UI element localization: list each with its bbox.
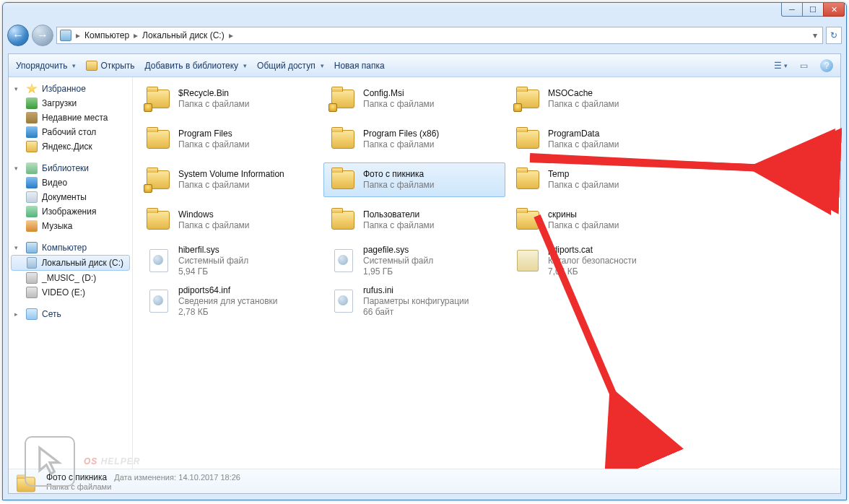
file-item[interactable]: hiberfil.sysСистемный файл5,94 ГБ	[139, 243, 321, 278]
help-button[interactable]: ?	[820, 59, 833, 72]
details-date: 14.10.2017 18:26	[178, 473, 240, 482]
system-file-icon	[328, 248, 357, 274]
folder-icon	[513, 126, 542, 152]
file-name: hiberfil.sys	[178, 245, 248, 256]
folder-icon	[513, 207, 542, 233]
file-list[interactable]: $Recycle.BinПапка с файламиConfig.MsiПап…	[133, 77, 840, 469]
music-icon	[26, 220, 38, 232]
libraries-header[interactable]: ▾ Библиотеки	[9, 161, 132, 175]
file-type: Папка с файлами	[363, 180, 435, 191]
computer-header[interactable]: ▾ Компьютер	[9, 240, 132, 255]
file-type: Папка с файлами	[548, 99, 619, 110]
images-icon	[26, 206, 38, 217]
file-item[interactable]: pdiports.catКаталог безопасности7,06 КБ	[508, 243, 690, 278]
sidebar-item-desktop[interactable]: Рабочий стол	[9, 125, 132, 139]
breadcrumb-sep: ▸	[132, 30, 139, 40]
folder-icon	[328, 207, 357, 233]
file-name: Фото с пикника	[363, 169, 435, 180]
sidebar-item-video-e[interactable]: VIDEO (E:)	[9, 285, 132, 300]
view-options-button[interactable]: ☰	[774, 59, 787, 72]
file-item[interactable]: ПользователиПапка с файлами	[323, 203, 505, 238]
new-folder-button[interactable]: Новая папка	[334, 61, 385, 71]
file-size: 7,06 КБ	[548, 266, 637, 277]
file-type: Каталог безопасности	[548, 256, 637, 266]
file-item[interactable]: pdiports64.infСведения для установки2,78…	[139, 284, 321, 318]
maximize-button[interactable]: ☐	[802, 3, 824, 17]
lock-icon	[513, 103, 522, 112]
catalog-icon	[513, 248, 542, 274]
file-type: Папка с файлами	[548, 180, 619, 191]
file-type: Системный файл	[363, 256, 433, 266]
file-type: Параметры конфигурации	[363, 296, 469, 307]
lock-icon	[144, 103, 152, 112]
sidebar-item-images[interactable]: Изображения	[9, 204, 132, 219]
sidebar-item-downloads[interactable]: Загрузки	[9, 96, 132, 110]
file-size: 2,78 КБ	[178, 307, 278, 318]
folder-icon	[328, 86, 357, 112]
file-name: Config.Msi	[363, 88, 435, 99]
preview-pane-button[interactable]: ▭	[797, 59, 810, 72]
system-file-icon	[144, 288, 173, 314]
share-menu[interactable]: Общий доступ	[257, 61, 324, 71]
sidebar-item-music-d[interactable]: _MUSIC_ (D:)	[9, 271, 132, 285]
file-item[interactable]: rufus.iniПараметры конфигурации66 байт	[323, 284, 505, 318]
file-item[interactable]: Фото с пикникаПапка с файлами	[323, 162, 505, 197]
file-item[interactable]: Program Files (x86)Папка с файлами	[323, 122, 505, 157]
libraries-icon	[26, 162, 38, 174]
nav-back-button[interactable]: ←	[7, 25, 29, 46]
file-type: Папка с файлами	[363, 220, 435, 231]
chevron-down-icon: ▾	[14, 85, 22, 92]
refresh-button[interactable]: ↻	[826, 27, 842, 44]
file-item[interactable]: WindowsПапка с файлами	[139, 203, 321, 238]
breadcrumb-localdisk[interactable]: Локальный диск (C:)	[142, 30, 225, 40]
address-bar[interactable]: ▸ Компьютер ▸ Локальный диск (C:) ▸ ▾	[56, 27, 823, 44]
file-type: Сведения для установки	[178, 296, 278, 307]
lock-icon	[328, 103, 337, 112]
watermark: OS HELPER	[25, 436, 140, 487]
network-label: Сеть	[42, 309, 61, 319]
favorites-header[interactable]: ▾ Избранное	[9, 82, 132, 96]
address-dropdown-icon[interactable]: ▾	[810, 30, 820, 40]
breadcrumb-computer[interactable]: Компьютер	[84, 30, 129, 40]
system-file-icon	[328, 288, 357, 314]
file-item[interactable]: System Volume InformationПапка с файлами	[139, 162, 321, 197]
file-item[interactable]: Program FilesПапка с файлами	[139, 122, 321, 157]
file-type: Папка с файлами	[178, 99, 250, 110]
network-header[interactable]: ▸ Сеть	[9, 307, 132, 321]
breadcrumb-sep: ▸	[74, 30, 82, 40]
file-item[interactable]: скриныПапка с файлами	[508, 203, 690, 238]
close-button[interactable]: ✕	[823, 3, 845, 17]
recent-icon	[26, 112, 38, 123]
file-name: скрины	[548, 209, 619, 220]
disk-icon	[26, 272, 38, 284]
add-to-library-menu[interactable]: Добавить в библиотеку	[145, 61, 248, 71]
sidebar-item-localdisk-c[interactable]: Локальный диск (C:)	[11, 255, 130, 271]
folder-icon	[144, 86, 173, 112]
file-item[interactable]: Config.MsiПапка с файлами	[323, 82, 505, 116]
chevron-right-icon: ▸	[14, 310, 22, 318]
file-item[interactable]: ProgramDataПапка с файлами	[508, 122, 690, 157]
lock-icon	[144, 184, 152, 193]
sidebar-item-music[interactable]: Музыка	[9, 219, 132, 233]
chevron-down-icon: ▾	[14, 244, 22, 251]
sidebar-item-video[interactable]: Видео	[9, 175, 132, 190]
file-name: Program Files (x86)	[363, 129, 439, 139]
star-icon	[26, 83, 38, 95]
file-item[interactable]: pagefile.sysСистемный файл1,95 ГБ	[323, 243, 505, 278]
sidebar-item-recent[interactable]: Недавние места	[9, 110, 132, 125]
file-item[interactable]: $Recycle.BinПапка с файлами	[139, 82, 321, 116]
folder-icon	[328, 126, 357, 152]
open-button[interactable]: Открыть	[86, 61, 134, 71]
file-item[interactable]: TempПапка с файлами	[508, 162, 690, 197]
organize-menu[interactable]: Упорядочить	[16, 61, 76, 71]
file-name: Windows	[178, 209, 250, 220]
nav-forward-button[interactable]: →	[32, 25, 53, 46]
sidebar-item-documents[interactable]: Документы	[9, 190, 132, 204]
sidebar-item-yandexdisk[interactable]: Яндекс.Диск	[9, 139, 132, 154]
download-icon	[26, 97, 38, 109]
file-item[interactable]: MSOCacheПапка с файлами	[508, 82, 690, 116]
minimize-button[interactable]: ─	[781, 3, 803, 17]
content-frame: Упорядочить Открыть Добавить в библиотек…	[8, 53, 841, 494]
folder-icon	[144, 207, 173, 233]
chevron-down-icon: ▾	[14, 165, 22, 172]
